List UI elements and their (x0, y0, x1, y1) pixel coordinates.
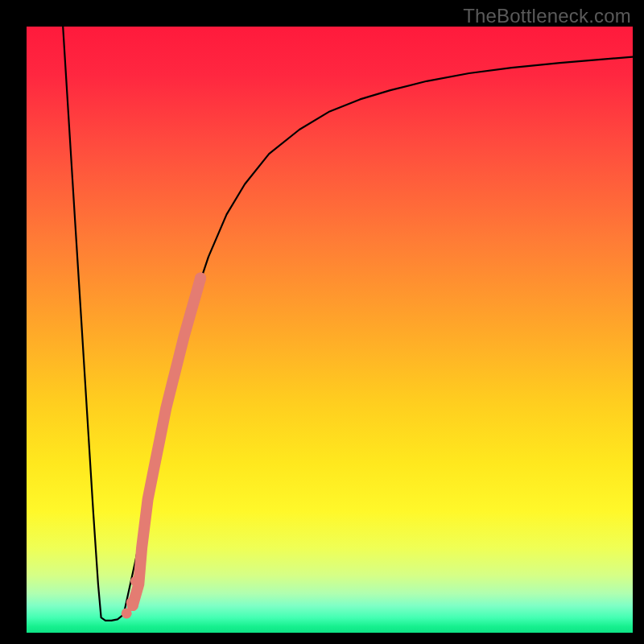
chart-frame: TheBottleneck.com (0, 0, 644, 644)
svg-point-5 (195, 273, 206, 284)
svg-point-3 (130, 576, 141, 587)
plot-area (27, 27, 633, 633)
chart-svg (27, 27, 633, 633)
svg-point-4 (127, 600, 138, 611)
watermark-text: TheBottleneck.com (463, 5, 631, 27)
accent-segment (133, 279, 200, 606)
